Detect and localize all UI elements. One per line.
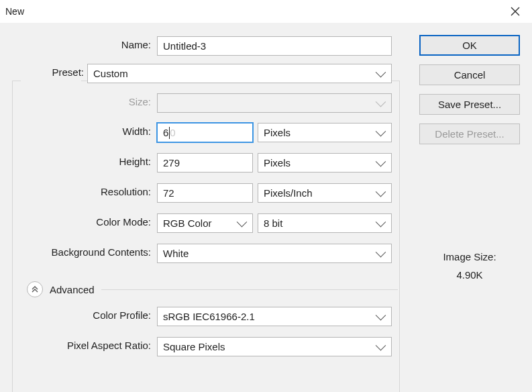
preset-select[interactable]: Custom bbox=[87, 64, 392, 83]
ok-label: OK bbox=[462, 40, 477, 51]
size-select bbox=[157, 93, 392, 113]
width-unit-select[interactable]: Pixels bbox=[258, 123, 392, 142]
label-preset: Preset: bbox=[52, 66, 84, 78]
label-color-profile: Color Profile: bbox=[93, 309, 151, 321]
divider bbox=[101, 289, 398, 290]
close-icon bbox=[511, 7, 520, 16]
label-size: Size: bbox=[129, 96, 151, 107]
advanced-toggle[interactable] bbox=[27, 281, 43, 297]
bg-contents-select[interactable]: White bbox=[157, 244, 392, 263]
ok-button[interactable]: OK bbox=[419, 35, 520, 56]
width-value: 6 bbox=[163, 127, 168, 138]
resolution-value: 72 bbox=[163, 187, 174, 199]
bit-depth-value: 8 bit bbox=[264, 217, 282, 229]
bit-depth-select[interactable]: 8 bit bbox=[258, 213, 392, 233]
chevron-up-double-icon bbox=[32, 286, 38, 293]
label-advanced: Advanced bbox=[50, 284, 95, 295]
name-input[interactable]: Untitled-3 bbox=[157, 36, 392, 56]
save-preset-label: Save Preset... bbox=[438, 99, 501, 110]
delete-preset-label: Delete Preset... bbox=[435, 128, 504, 140]
color-profile-value: sRGB IEC61966-2.1 bbox=[163, 311, 255, 322]
color-mode-select[interactable]: RGB Color bbox=[157, 213, 253, 233]
height-value: 279 bbox=[163, 157, 180, 168]
width-ghost: 0 bbox=[170, 127, 175, 138]
resolution-input[interactable]: 72 bbox=[157, 183, 253, 203]
pixel-aspect-select[interactable]: Square Pixels bbox=[157, 337, 392, 356]
name-value: Untitled-3 bbox=[163, 40, 206, 52]
image-size-value: 4.90K bbox=[419, 269, 520, 281]
label-height: Height: bbox=[119, 156, 151, 167]
label-resolution: Resolution: bbox=[101, 186, 151, 197]
label-color-mode: Color Mode: bbox=[96, 216, 151, 228]
label-name: Name: bbox=[121, 39, 151, 50]
save-preset-button[interactable]: Save Preset... bbox=[419, 94, 520, 115]
label-image-size: Image Size: bbox=[419, 251, 520, 262]
cancel-label: Cancel bbox=[454, 69, 486, 81]
width-unit-value: Pixels bbox=[264, 127, 290, 138]
color-profile-select[interactable]: sRGB IEC61966-2.1 bbox=[157, 307, 392, 326]
height-unit-select[interactable]: Pixels bbox=[258, 153, 392, 173]
window-title: New bbox=[5, 6, 24, 17]
bg-contents-value: White bbox=[163, 248, 189, 259]
label-pixel-aspect: Pixel Aspect Ratio: bbox=[67, 340, 151, 351]
resolution-unit-select[interactable]: Pixels/Inch bbox=[258, 183, 392, 203]
cancel-button[interactable]: Cancel bbox=[419, 64, 520, 85]
image-size-block: Image Size: 4.90K bbox=[419, 251, 520, 281]
label-width: Width: bbox=[122, 126, 151, 137]
color-mode-value: RGB Color bbox=[163, 217, 212, 229]
label-bg-contents: Background Contents: bbox=[52, 246, 151, 258]
width-input[interactable]: 60 bbox=[157, 123, 253, 142]
pixel-aspect-value: Square Pixels bbox=[163, 341, 225, 352]
preset-value: Custom bbox=[93, 68, 128, 79]
height-unit-value: Pixels bbox=[264, 157, 290, 168]
height-input[interactable]: 279 bbox=[157, 153, 253, 173]
resolution-unit-value: Pixels/Inch bbox=[264, 187, 313, 199]
delete-preset-button: Delete Preset... bbox=[419, 124, 520, 144]
titlebar: New bbox=[0, 0, 532, 23]
window-close-button[interactable] bbox=[502, 2, 528, 21]
